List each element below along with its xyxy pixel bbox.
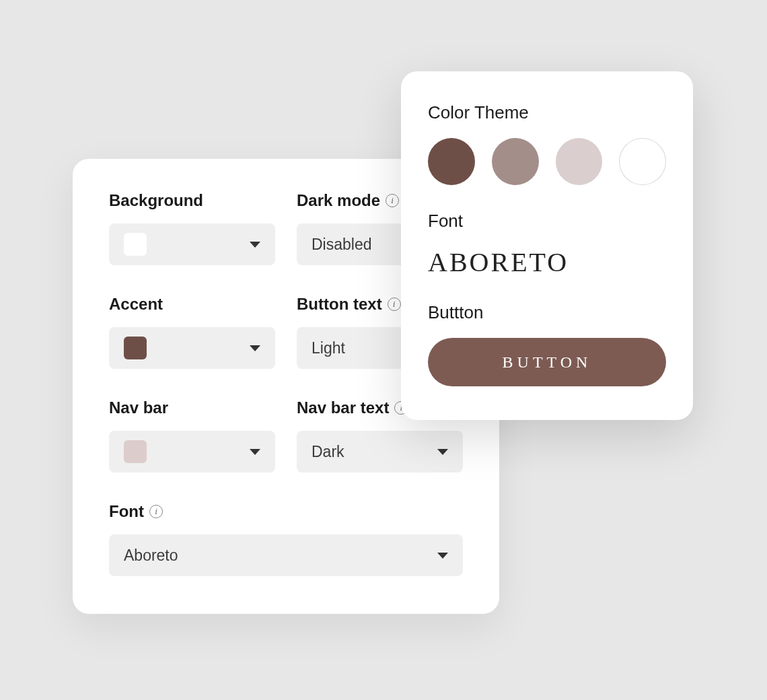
dropdown-value: Aboreto	[124, 547, 178, 565]
chevron-down-icon	[437, 449, 448, 455]
label-text: Background	[109, 191, 203, 210]
preview-panel: Color Theme Font Aboreto Buttton Button	[401, 71, 693, 420]
background-label: Background	[109, 191, 275, 210]
background-swatch	[124, 233, 147, 256]
color-theme-heading: Color Theme	[428, 102, 666, 123]
background-dropdown[interactable]	[109, 223, 275, 265]
label-text: Accent	[109, 295, 163, 314]
font-preview: Aboreto	[428, 246, 666, 278]
accent-label: Accent	[109, 295, 275, 314]
font-dropdown[interactable]: Aboreto	[109, 534, 463, 576]
nav-bar-label: Nav bar	[109, 398, 275, 417]
nav-bar-swatch	[124, 440, 147, 463]
chevron-down-icon	[250, 449, 260, 455]
accent-dropdown[interactable]	[109, 327, 275, 369]
theme-swatch[interactable]	[492, 138, 539, 185]
accent-field: Accent	[109, 295, 275, 369]
label-text: Button text	[297, 295, 382, 314]
dropdown-value: Light	[312, 339, 345, 357]
label-text: Font	[109, 502, 144, 521]
chevron-down-icon	[250, 242, 260, 248]
accent-swatch	[124, 337, 147, 359]
nav-bar-dropdown[interactable]	[109, 431, 275, 473]
label-text: Nav bar	[109, 398, 168, 417]
nav-bar-field: Nav bar	[109, 398, 275, 473]
theme-swatch[interactable]	[619, 138, 666, 185]
theme-swatch[interactable]	[428, 138, 475, 185]
info-icon[interactable]: i	[386, 194, 399, 207]
font-label: Font i	[109, 502, 463, 521]
font-heading: Font	[428, 211, 666, 232]
settings-row: Font i Aboreto	[109, 502, 463, 576]
label-text: Dark mode	[297, 191, 380, 210]
preview-button[interactable]: Button	[428, 338, 666, 386]
dropdown-value: Dark	[312, 443, 344, 461]
background-field: Background	[109, 191, 275, 265]
dropdown-value: Disabled	[312, 236, 372, 254]
chevron-down-icon	[437, 553, 448, 559]
info-icon[interactable]: i	[149, 505, 163, 518]
nav-bar-text-dropdown[interactable]: Dark	[297, 431, 463, 473]
font-field: Font i Aboreto	[109, 502, 463, 576]
info-icon[interactable]: i	[388, 298, 401, 311]
theme-swatch[interactable]	[556, 138, 603, 185]
button-heading: Buttton	[428, 302, 666, 323]
label-text: Nav bar text	[297, 398, 389, 417]
theme-swatch-row	[428, 138, 666, 185]
chevron-down-icon	[250, 345, 260, 351]
